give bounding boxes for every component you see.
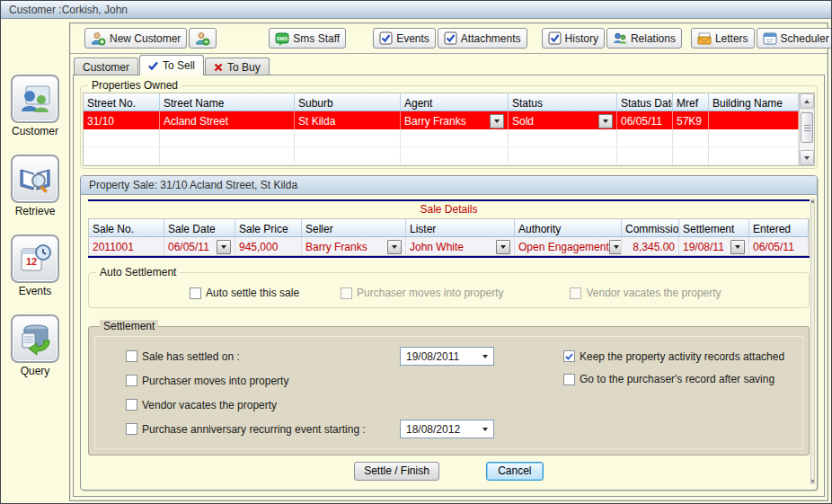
- tab-label: Customer: [83, 61, 129, 74]
- column-header[interactable]: Street No.: [84, 93, 160, 111]
- column-header[interactable]: Street Name: [160, 93, 295, 111]
- scrollbar-thumb[interactable]: [801, 112, 813, 143]
- purchaser-moves-checkbox[interactable]: Purchaser moves into property: [126, 375, 288, 387]
- anniversary-event-checkbox[interactable]: Purchase anniversary recurring event sta…: [126, 423, 366, 436]
- properties-owned-group: Properties Owned Street No. Street Name …: [80, 79, 818, 169]
- tab-customer[interactable]: Customer: [74, 57, 138, 75]
- column-header[interactable]: Suburb: [295, 93, 401, 111]
- column-header[interactable]: Commission: [622, 219, 679, 236]
- column-header[interactable]: Building Name: [709, 93, 799, 111]
- auto-settlement-legend: Auto Settlement: [96, 266, 180, 279]
- properties-owned-legend: Properties Owned: [88, 79, 181, 92]
- attachments-button[interactable]: Attachments: [438, 28, 527, 49]
- cell-building-name: [709, 111, 799, 129]
- svg-text:12: 12: [26, 256, 37, 267]
- cell-sale-date: 06/05/11: [164, 237, 235, 255]
- cell-seller: Barry Franks: [302, 237, 406, 255]
- sale-details-label: Sale Details: [88, 201, 810, 218]
- checkbox-box: [190, 287, 201, 299]
- status-dropdown-button[interactable]: [598, 114, 613, 128]
- toolbar-button-label: Sms Staff: [293, 32, 340, 45]
- column-header[interactable]: Agent: [401, 93, 509, 111]
- column-header[interactable]: Sale Date: [164, 219, 235, 236]
- table-row[interactable]: [84, 147, 799, 165]
- column-header[interactable]: Settlement: [679, 219, 749, 236]
- lister-dropdown-button[interactable]: [496, 240, 510, 254]
- history-button[interactable]: History: [542, 28, 605, 49]
- sms-staff-button[interactable]: SMS Sms Staff: [269, 28, 346, 49]
- checkbox-icon: [444, 31, 457, 45]
- table-row-selected[interactable]: 31/10 Acland Street St Kilda Barry Frank…: [84, 111, 799, 129]
- column-header[interactable]: Status: [509, 93, 617, 111]
- checkbox-box: [126, 399, 137, 411]
- checkbox-box: [341, 287, 352, 299]
- sidebar-item-label: Query: [21, 365, 50, 377]
- scroll-up-button[interactable]: [800, 93, 814, 109]
- seller-dropdown-button[interactable]: [387, 240, 402, 254]
- sidebar-item-retrieve[interactable]: [11, 155, 59, 203]
- keep-records-checkbox[interactable]: Keep the property activity records attac…: [563, 350, 784, 363]
- column-header[interactable]: Sale Price: [235, 219, 302, 236]
- letters-button[interactable]: Letters: [691, 28, 755, 49]
- auto-settle-checkbox[interactable]: Auto settle this sale: [190, 287, 299, 299]
- column-header[interactable]: Status Date: [617, 93, 673, 111]
- remove-customer-button[interactable]: [189, 28, 217, 49]
- sidebar: Customer Retrieve 12 Events: [1, 22, 69, 501]
- cancel-button[interactable]: Cancel: [486, 462, 544, 481]
- events-calendar-icon: 12: [17, 241, 53, 277]
- column-header[interactable]: Lister: [406, 219, 515, 236]
- column-header[interactable]: Entered: [749, 219, 809, 236]
- table-row[interactable]: [84, 129, 799, 147]
- authority-dropdown-button[interactable]: [609, 240, 622, 254]
- window-title: Customer :Corkish, John: [9, 4, 128, 16]
- checkbox-box: [126, 375, 137, 386]
- cell-status-date: 06/05/11: [617, 111, 673, 129]
- customers-icon: [17, 81, 53, 117]
- settlement-dropdown-button[interactable]: [730, 240, 745, 254]
- toolbar-button-label: Events: [396, 32, 429, 45]
- query-database-icon: [17, 321, 53, 357]
- cell-entered: 06/05/11: [749, 237, 809, 255]
- column-header[interactable]: Sale No.: [89, 219, 164, 236]
- sale-settled-checkbox[interactable]: Sale has settled on :: [126, 350, 240, 363]
- agent-dropdown-button[interactable]: [490, 114, 504, 128]
- new-customer-button[interactable]: New Customer: [84, 28, 187, 49]
- properties-table-scrollbar[interactable]: [799, 93, 814, 165]
- cell-mref: 57K9: [673, 111, 709, 129]
- column-header[interactable]: Authority: [515, 219, 622, 236]
- sale-details-table: Sale No. Sale Date Sale Price Seller Lis…: [88, 218, 810, 256]
- anniversary-date-combo[interactable]: 18/08/2012: [400, 420, 494, 438]
- sidebar-item-customer[interactable]: [11, 75, 59, 123]
- settled-date-combo[interactable]: 19/08/2011: [400, 347, 494, 366]
- scroll-down-button[interactable]: [800, 150, 814, 165]
- envelope-icon: [697, 32, 712, 45]
- scheduler-button[interactable]: Scheduler: [757, 28, 832, 49]
- check-icon: [148, 61, 158, 70]
- goto-purchaser-checkbox[interactable]: Go to the purchaser's record after savin…: [563, 373, 774, 385]
- sale-panel-scrollbar[interactable]: [810, 199, 815, 484]
- sidebar-item-label: Retrieve: [15, 205, 56, 217]
- relations-button[interactable]: Relations: [606, 28, 682, 49]
- sidebar-item-events[interactable]: 12: [11, 234, 59, 283]
- retrieve-icon: [17, 161, 53, 197]
- property-sale-title: Property Sale: 31/10 Acland Street, St K…: [89, 179, 297, 191]
- action-buttons: Settle / Finish Cancel: [88, 457, 810, 484]
- settle-finish-button[interactable]: Settle / Finish: [354, 462, 439, 481]
- tab-to-sell[interactable]: To Sell: [139, 55, 204, 75]
- column-header[interactable]: Seller: [302, 219, 406, 236]
- cell-lister: John White: [406, 237, 515, 255]
- vendor-vacates-checkbox[interactable]: Vendor vacates the property: [126, 399, 277, 411]
- people-icon: [613, 31, 627, 45]
- sale-date-dropdown-button[interactable]: [217, 240, 231, 254]
- sms-icon: SMS: [275, 31, 289, 46]
- purchaser-moves-checkbox-disabled: Purchaser moves into property: [341, 287, 503, 299]
- tab-to-buy[interactable]: To Buy: [205, 57, 270, 75]
- sidebar-item-query[interactable]: [11, 314, 59, 363]
- column-header[interactable]: Mref: [673, 93, 709, 111]
- events-button[interactable]: Events: [373, 28, 436, 49]
- cell-sale-no: 2011001: [89, 237, 164, 255]
- scrollbar-track[interactable]: [800, 109, 814, 150]
- cell-suburb: St Kilda: [295, 111, 401, 129]
- title-bar[interactable]: Customer :Corkish, John: [1, 1, 831, 19]
- sale-table-row[interactable]: 2011001 06/05/11 945,000 Barry Franks: [89, 237, 809, 255]
